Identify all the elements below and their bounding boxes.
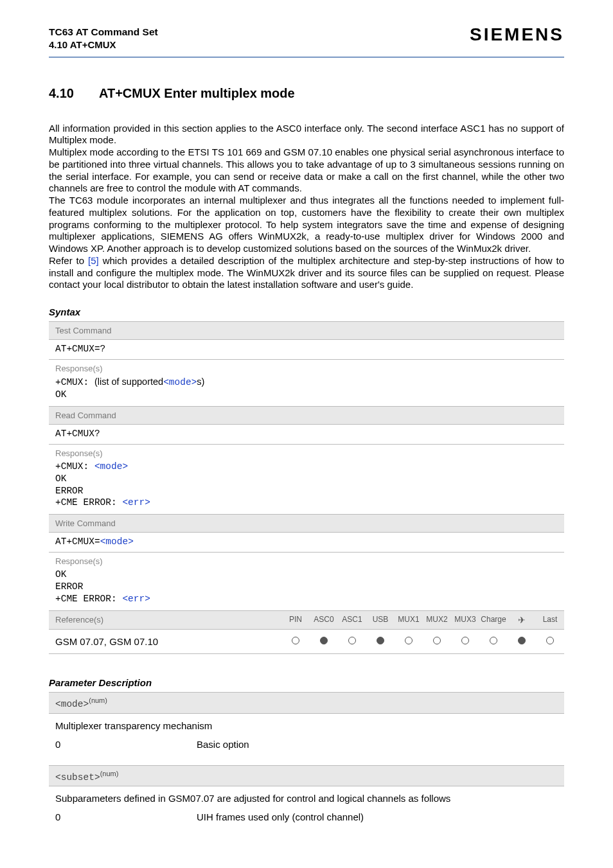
param-subset-table: 0 UIH frames used only (control channel) <box>49 811 564 834</box>
read-response-body: +CMUX: <mode> OK ERROR +CME ERROR: <err> <box>49 459 564 515</box>
syntax-heading: Syntax <box>49 306 564 317</box>
ref-col-pin: PIN <box>281 615 310 625</box>
test-resp-suffix: s) <box>197 376 204 387</box>
read-command: AT+CMUX? <box>49 425 564 445</box>
read-resp-param[interactable]: <mode> <box>94 461 128 472</box>
test-response-label: Response(s) <box>49 360 564 375</box>
state-charge-icon <box>490 637 497 644</box>
reference-label: Reference(s) <box>49 611 281 629</box>
state-pin-icon <box>292 637 299 644</box>
param-mode-name: <mode> <box>55 699 89 709</box>
write-response-body: OK ERROR +CME ERROR: <err> <box>49 567 564 611</box>
param-subset-sup: (num) <box>100 770 119 777</box>
read-command-label: Read Command <box>49 407 564 425</box>
ref-col-last: Last <box>536 615 564 625</box>
section-heading: 4.10AT+CMUX Enter multiplex mode <box>49 86 564 101</box>
reference-link[interactable]: [5] <box>88 255 99 266</box>
param-mode-val-desc: Basic option <box>197 739 249 750</box>
ref-col-asc0: ASC0 <box>310 615 338 625</box>
write-resp-error: ERROR <box>55 581 84 592</box>
reference-body-row: GSM 07.07, GSM 07.10 <box>49 630 564 654</box>
test-resp-ok: OK <box>55 389 66 400</box>
state-asc1-icon <box>348 637 356 644</box>
body-p3: The TC63 module incorporates an internal… <box>49 195 564 254</box>
reference-value: GSM 07.07, GSM 07.10 <box>49 630 281 653</box>
reference-states <box>281 630 564 653</box>
write-command: AT+CMUX=<mode> <box>49 533 564 553</box>
state-mux1-icon <box>405 637 413 644</box>
read-resp-cme-param[interactable]: <err> <box>122 497 150 508</box>
read-response-label: Response(s) <box>49 445 564 459</box>
test-command-label: Test Command <box>49 322 564 340</box>
write-cmd-param[interactable]: <mode> <box>100 536 134 547</box>
param-subset-name: <subset> <box>55 772 100 782</box>
param-mode-table: 0 Basic option <box>49 739 564 761</box>
header-subtitle: 4.10 AT+CMUX <box>49 39 158 51</box>
param-subset-desc: Subparameters defined in GSM07.07 are ad… <box>49 786 564 811</box>
param-subset-val-desc: UIH frames used only (control channel) <box>197 811 364 822</box>
state-airplane-icon <box>518 637 526 644</box>
airplane-icon: ✈ <box>508 615 536 625</box>
param-mode-sup: (num) <box>89 696 107 704</box>
test-resp-prefix: +CMUX: <box>55 377 94 387</box>
reference-columns: PIN ASC0 ASC1 USB MUX1 MUX2 MUX3 Charge … <box>281 611 564 629</box>
write-resp-ok: OK <box>55 569 66 580</box>
state-mux2-icon <box>433 637 441 644</box>
write-cmd-prefix: AT+CMUX= <box>55 536 100 547</box>
test-resp-mid: (list of supported <box>94 376 163 387</box>
param-mode-val: 0 <box>55 739 197 750</box>
ref-col-usb: USB <box>366 615 395 625</box>
param-subset-val: 0 <box>55 811 197 822</box>
write-response-label: Response(s) <box>49 553 564 567</box>
brand-logo: SIEMENS <box>470 24 564 45</box>
write-command-label: Write Command <box>49 515 564 533</box>
read-resp-error: ERROR <box>55 486 84 496</box>
read-resp-cme-prefix: +CME ERROR: <box>55 497 122 508</box>
state-asc0-icon <box>320 637 328 644</box>
body-p1: All information provided in this section… <box>49 123 564 146</box>
ref-col-charge: Charge <box>479 615 508 625</box>
param-mode-box: <mode>(num) <box>49 692 564 714</box>
state-last-icon <box>546 637 554 644</box>
ref-col-mux3: MUX3 <box>451 615 479 625</box>
syntax-block: Test Command AT+CMUX=? Response(s) +CMUX… <box>49 321 564 654</box>
write-resp-cme-param[interactable]: <err> <box>122 594 150 604</box>
test-response-body: +CMUX: (list of supported<mode>s) OK <box>49 375 564 407</box>
test-command: AT+CMUX=? <box>49 340 564 360</box>
param-mode-desc: Multiplexer transparency mechanism <box>49 714 564 739</box>
read-resp-ok: OK <box>55 474 66 484</box>
ref-col-mux2: MUX2 <box>423 615 451 625</box>
reference-header-row: Reference(s) PIN ASC0 ASC1 USB MUX1 MUX2… <box>49 611 564 630</box>
section-title: AT+CMUX Enter multiplex mode <box>99 86 295 100</box>
body-p4b: which provides a detailed description of… <box>49 255 564 290</box>
ref-col-mux1: MUX1 <box>395 615 423 625</box>
read-resp-prefix: +CMUX: <box>55 461 94 472</box>
state-usb-icon <box>377 637 384 644</box>
parameter-description-heading: Parameter Description <box>49 677 564 688</box>
body-text: All information provided in this section… <box>49 123 564 292</box>
ref-col-asc1: ASC1 <box>338 615 366 625</box>
page-header: TC63 AT Command Set 4.10 AT+CMUX SIEMENS <box>49 26 564 58</box>
param-subset-box: <subset>(num) <box>49 765 564 787</box>
state-mux3-icon <box>461 637 469 644</box>
body-p4a: Refer to <box>49 255 88 266</box>
test-resp-param[interactable]: <mode> <box>163 377 197 387</box>
body-p2: Multiplex mode according to the ETSI TS … <box>49 146 564 193</box>
header-title: TC63 AT Command Set <box>49 26 158 39</box>
write-resp-cme-prefix: +CME ERROR: <box>55 594 122 604</box>
section-number: 4.10 <box>49 86 99 101</box>
